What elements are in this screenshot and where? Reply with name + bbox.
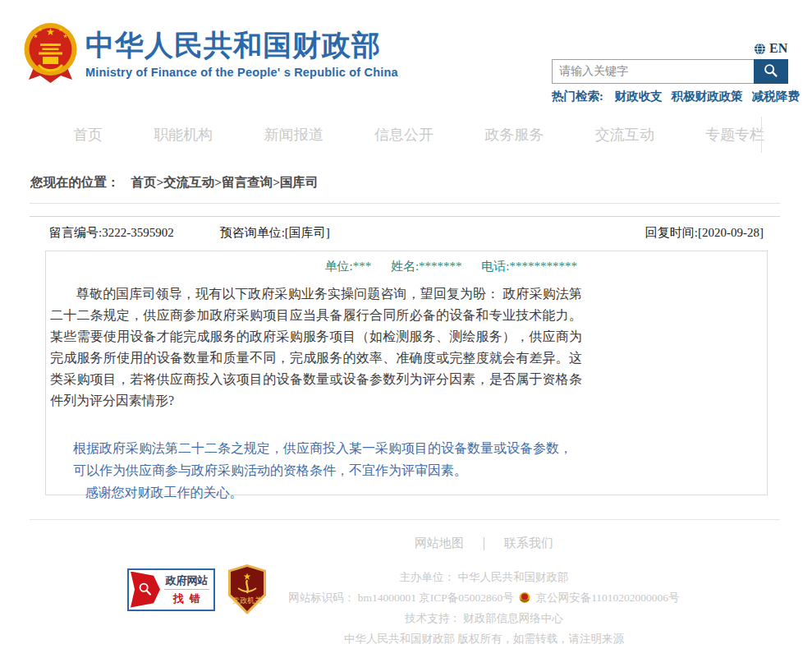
reply-line-3: 感谢您对财政工作的关心。 xyxy=(73,481,582,504)
en-language-link[interactable]: EN xyxy=(754,41,787,56)
nav-item-news[interactable]: 新闻报道 xyxy=(261,125,327,145)
breadcrumb-path[interactable]: 首页>交流互动>留言查询>国库司 xyxy=(131,175,319,189)
contact-unit: 单位:*** xyxy=(324,260,371,273)
site-title-block: 中华人民共和国财政部 Ministry of Finance of the Pe… xyxy=(85,30,398,79)
footer-link-contact[interactable]: 联系我们 xyxy=(504,536,553,551)
nav-item-interaction[interactable]: 交流互动 xyxy=(592,125,658,145)
footer-info: 主办单位： 中华人民共和国财政部 网站标识码： bm14000001 京ICP备… xyxy=(156,567,812,649)
main-nav: 首页 职能机构 新闻报道 信息公开 政务服务 交流互动 专题专栏 xyxy=(70,115,768,154)
message-id: 留言编号:3222-3595902 xyxy=(49,225,174,241)
site-subtitle: Ministry of Finance of the People' s Rep… xyxy=(85,66,398,79)
divider-teal xyxy=(30,216,780,217)
site-title: 中华人民共和国财政部 xyxy=(85,30,398,62)
divider-breadcrumb xyxy=(30,203,780,204)
hot-link-fiscal-revenue[interactable]: 财政收支 xyxy=(615,89,663,104)
reply-time: 回复时间:[2020-09-28] xyxy=(645,225,764,241)
hot-link-fiscal-policy[interactable]: 积极财政政策 xyxy=(672,89,743,104)
national-emblem-logo xyxy=(23,20,78,84)
footer-copyright-line: 中华人民共和国财政部 版权所有，如需转载，请注明来源 xyxy=(156,628,812,649)
footer-tech-line: 技术支持： 财政部信息网络中心 xyxy=(156,608,812,628)
message-content-box: 单位:*** 姓名:******* 电话:*********** 尊敬的国库司领… xyxy=(45,251,768,495)
breadcrumb-label: 您现在的位置： xyxy=(30,175,120,189)
en-label: EN xyxy=(769,41,787,56)
contact-phone: 电话:*********** xyxy=(481,260,577,273)
nav-item-special-topics[interactable]: 专题专栏 xyxy=(702,125,768,145)
contact-line: 单位:*** 姓名:******* 电话:*********** xyxy=(50,259,582,274)
footer-icp-right: 京公网安备11010202000006号 xyxy=(536,591,680,604)
consulted-unit: 预咨询单位:[国库司] xyxy=(220,225,330,241)
reply-line-2: 可以作为供应商参与政府采购活动的资格条件，不宜作为评审因素。 xyxy=(73,459,582,481)
message-meta-row: 留言编号:3222-3595902 预咨询单位:[国库司] 回复时间:[2020… xyxy=(49,225,764,241)
search-bar xyxy=(552,59,788,84)
hot-link-tax-cut[interactable]: 减税降费 xyxy=(752,89,800,104)
public-security-badge-icon xyxy=(519,590,530,602)
footer-icp-left: 网站标识码： bm14000001 京ICP备05002860号 xyxy=(288,591,514,604)
reply-line-1: 根据政府采购法第二十二条之规定，供应商投入某一采购项目的设备数量或设备参数， xyxy=(73,437,582,459)
nav-item-departments[interactable]: 职能机构 xyxy=(150,125,216,145)
hot-search-row: 热门检索: 财政收支 积极财政政策 减税降费 xyxy=(552,89,798,104)
divider-footer xyxy=(30,519,780,520)
nav-item-home[interactable]: 首页 xyxy=(70,125,106,145)
contact-name: 姓名:******* xyxy=(391,260,462,273)
footer-link-sitemap[interactable]: 网站地图 xyxy=(415,536,464,551)
footer-icp-line: 网站标识码： bm14000001 京ICP备05002860号 京公网安备11… xyxy=(156,587,812,608)
nav-end-divider xyxy=(761,117,762,153)
search-icon xyxy=(762,62,780,82)
search-button[interactable] xyxy=(754,59,788,84)
search-input[interactable] xyxy=(552,59,754,84)
breadcrumb: 您现在的位置：首页>交流互动>留言查询>国库司 xyxy=(30,174,319,191)
hot-search-label: 热门检索: xyxy=(552,89,603,104)
footer-host-line: 主办单位： 中华人民共和国财政部 xyxy=(156,567,812,587)
reply-text: 根据政府采购法第二十二条之规定，供应商投入某一采购项目的设备数量或设备参数， 可… xyxy=(73,437,582,504)
nav-item-services[interactable]: 政务服务 xyxy=(481,125,547,145)
globe-icon xyxy=(754,43,766,55)
nav-item-info-disclosure[interactable]: 信息公开 xyxy=(371,125,437,145)
footer-links: 网站地图 联系我们 xyxy=(156,536,812,551)
footer-links-divider xyxy=(484,537,484,550)
question-text: 尊敬的国库司领导，现有以下政府采购业务实操问题咨询，望回复为盼： 政府采购法第二… xyxy=(50,283,582,412)
